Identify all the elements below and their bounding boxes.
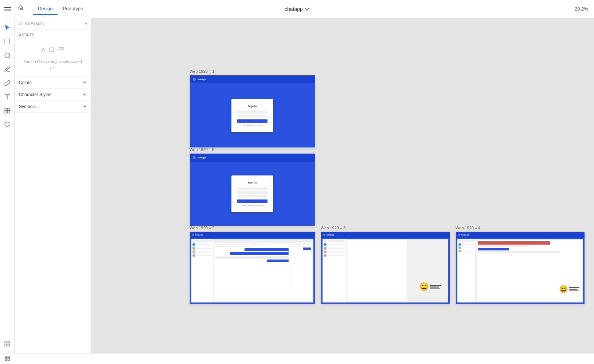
chat-body-2: [191, 239, 313, 302]
shape-tool[interactable]: [1, 50, 13, 61]
svg-rect-0: [5, 39, 10, 44]
text-tool[interactable]: [1, 91, 13, 103]
frame-tool[interactable]: [1, 36, 13, 47]
svg-rect-2: [5, 108, 7, 110]
search-icon: [18, 21, 23, 26]
chat-sidebar-2: [191, 239, 213, 302]
chat-sidebar-3: [323, 239, 346, 302]
frame-1-label: Web 1920 – 1: [189, 69, 315, 74]
svg-rect-18: [8, 359, 9, 360]
menu-button[interactable]: [4, 5, 12, 13]
frame-2-label: Web 1920 – 2: [189, 226, 315, 230]
app-logo: ChatApp: [197, 78, 206, 80]
layers-button[interactable]: [4, 355, 10, 362]
signup-button: [237, 199, 267, 203]
frame-5-topbar: ChatApp: [190, 154, 315, 162]
empty-assets-text: You don't have any assets saved yet.: [20, 59, 85, 71]
project-name: chatapp: [285, 6, 303, 12]
pen-tool[interactable]: [1, 63, 13, 75]
add-color-button[interactable]: +: [83, 80, 86, 86]
svg-rect-7: [5, 341, 7, 343]
component-empty-icon: [58, 47, 65, 55]
character-styles-section[interactable]: Character Styles +: [15, 89, 91, 101]
signin-frame: ChatApp Sign In Don't have an account? S…: [190, 75, 315, 147]
confirm-password-field: [237, 195, 267, 197]
chevron-down-icon[interactable]: ▾: [85, 22, 87, 26]
frame-3-topbar: ChatApp: [321, 232, 450, 238]
svg-rect-4: [5, 111, 7, 113]
topbar-tabs: Design Prototype: [33, 3, 88, 15]
emoji-icon: 😄: [419, 282, 429, 292]
signup-frame: ChatApp Sign Up Already have an account?…: [190, 154, 315, 226]
search-tool[interactable]: [1, 119, 13, 130]
signup-content: Sign Up Already have an account? Sign In: [190, 162, 315, 226]
chat-frame-4: ChatApp: [456, 232, 585, 304]
svg-rect-14: [61, 47, 63, 50]
frame-2[interactable]: ChatApp: [189, 232, 315, 304]
text-icon: A: [41, 47, 45, 55]
svg-rect-15: [5, 356, 7, 358]
signup-card: Sign Up Already have an account? Sign In: [231, 175, 273, 212]
signin-card: Sign In Don't have an account? Sign Up: [231, 99, 273, 132]
chat-right-panel: [290, 243, 312, 301]
frame-3-label: Web 1920 – 3: [321, 226, 450, 230]
signin-link: Already have an account? Sign In: [237, 205, 267, 206]
symbols-label: Symbols: [19, 104, 36, 109]
frame-5-wrapper: Web 1920 – 5 ChatApp Sign Up: [189, 147, 315, 226]
home-button[interactable]: [17, 5, 24, 13]
username-field: [237, 111, 267, 114]
frame-2-topbar: ChatApp: [190, 232, 315, 238]
svg-rect-13: [59, 47, 61, 50]
symbols-section[interactable]: Symbols +: [15, 101, 91, 113]
brush-tool[interactable]: [1, 77, 13, 89]
app-logo-5: ChatApp: [461, 234, 469, 236]
project-name-dropdown[interactable]: chatapp: [285, 6, 309, 12]
svg-rect-3: [7, 108, 9, 110]
status-bar: [0, 353, 594, 364]
frame-4[interactable]: ChatApp: [456, 232, 585, 304]
add-symbol-button[interactable]: +: [83, 104, 86, 110]
empty-assets-icons: A: [41, 47, 64, 55]
svg-point-6: [5, 122, 9, 126]
canvas-area[interactable]: Web 1920 – 1 ChatApp Sign In: [91, 18, 594, 353]
chat-frame-2: ChatApp: [190, 232, 315, 304]
component-tool[interactable]: [1, 105, 13, 116]
frame-1[interactable]: ChatApp Sign In Don't have an account? S…: [189, 75, 315, 148]
chat-main-4: 😆: [476, 239, 583, 302]
main-layout: ▾ ASSETS A You don't have any assets sav…: [0, 18, 594, 353]
name-field: [237, 187, 267, 190]
frame-2-wrapper: Web 1920 – 2 ChatApp: [189, 226, 315, 304]
app-logo-3: ChatApp: [195, 234, 203, 236]
empty-assets-section: A You don't have any assets saved yet.: [15, 39, 91, 77]
colors-label: Colors: [19, 80, 32, 85]
tab-design[interactable]: Design: [33, 3, 58, 15]
signup-title: Sign Up: [237, 181, 267, 184]
signin-title: Sign In: [237, 105, 267, 107]
search-input[interactable]: [25, 21, 83, 26]
emoji-area-3: 😄: [419, 282, 441, 292]
email-field: [237, 191, 267, 194]
app-logo-2: ChatApp: [197, 157, 206, 159]
red-highlight: [478, 241, 550, 245]
svg-rect-5: [7, 111, 9, 113]
search-bar: ▾: [15, 18, 91, 29]
add-character-style-button[interactable]: +: [83, 92, 86, 98]
tab-prototype[interactable]: Prototype: [58, 3, 88, 15]
frame-topbar: ChatApp: [190, 75, 315, 83]
chat-main-2: [213, 239, 313, 302]
svg-point-11: [19, 22, 22, 25]
colors-section[interactable]: Colors +: [15, 77, 91, 89]
select-tool[interactable]: [1, 22, 13, 33]
left-panel: ▾ ASSETS A You don't have any assets sav…: [15, 18, 91, 353]
frame-3[interactable]: ChatApp: [321, 232, 450, 304]
chat-sidebar-4: [457, 239, 476, 302]
app-logo-4: ChatApp: [327, 234, 334, 236]
svg-rect-17: [5, 359, 7, 360]
frame-1-wrapper: Web 1920 – 1 ChatApp Sign In: [189, 69, 315, 148]
grid-button[interactable]: [1, 338, 13, 349]
frame-5[interactable]: ChatApp Sign Up Already have an account?…: [189, 153, 315, 226]
signin-content: Sign In Don't have an account? Sign Up: [190, 83, 315, 147]
frame-4-topbar: ChatApp: [456, 232, 585, 238]
zoom-level[interactable]: 20.2%: [575, 6, 588, 12]
emoji-area-4: 😆: [559, 285, 579, 293]
